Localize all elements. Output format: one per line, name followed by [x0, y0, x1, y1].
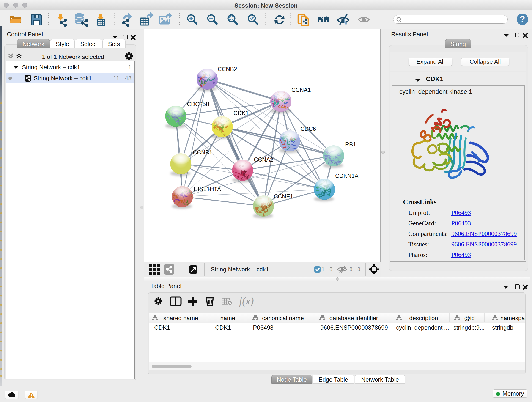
svg-text:name: name: [220, 315, 235, 322]
svg-text:database identifier: database identifier: [329, 315, 378, 322]
svg-text:HIST1H1A: HIST1H1A: [194, 186, 221, 192]
svg-text:shared name: shared name: [163, 315, 198, 322]
svg-text:0 – 0: 0 – 0: [350, 266, 360, 273]
svg-text:namespace: namespace: [500, 315, 525, 322]
svg-text:String Network – cdk1: String Network – cdk1: [211, 266, 269, 273]
svg-text:CCNA2: CCNA2: [254, 156, 273, 163]
svg-text:CCNB1: CCNB1: [193, 149, 212, 156]
svg-text:CCNE1: CCNE1: [274, 193, 293, 200]
svg-text:CDK1: CDK1: [234, 110, 249, 116]
svg-text:CCNB2: CCNB2: [218, 66, 237, 72]
svg-text:CCNA1: CCNA1: [291, 87, 311, 93]
svg-text:CDC6: CDC6: [300, 126, 316, 132]
svg-text:CDKN1A: CDKN1A: [335, 172, 359, 179]
svg-text:canonical name: canonical name: [262, 315, 304, 322]
svg-text:CDC25B: CDC25B: [187, 101, 210, 107]
svg-text:@id: @id: [464, 315, 475, 322]
svg-text:description: description: [409, 315, 438, 322]
svg-text:RB1: RB1: [345, 141, 356, 148]
svg-text:1 – 0: 1 – 0: [322, 266, 332, 273]
svg-text:f(x): f(x): [239, 295, 254, 307]
svg-text:?: ?: [520, 14, 525, 24]
